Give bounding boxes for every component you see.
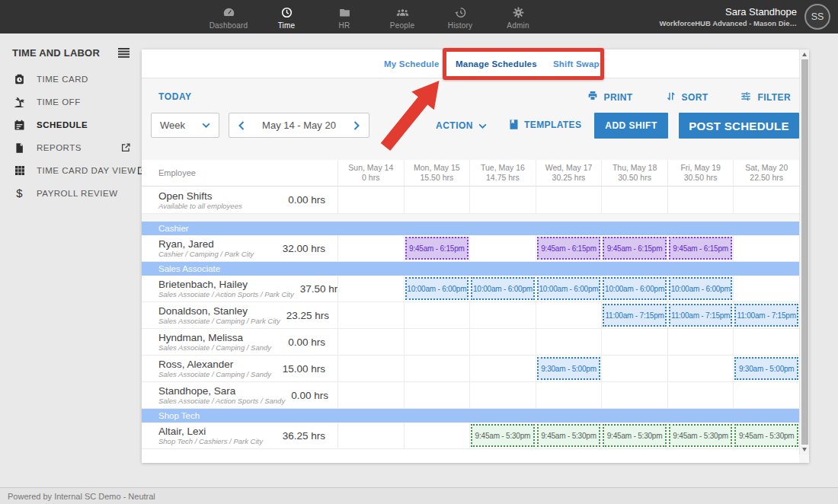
day-cell[interactable]: 9:45am - 5:30pm — [733, 423, 799, 448]
sidebar-item-time-off[interactable]: TIME OFF — [0, 91, 142, 113]
empty-day-cell[interactable] — [469, 382, 536, 408]
shift-chip[interactable]: 9:45am - 5:30pm — [603, 424, 667, 447]
filter-button[interactable]: FILTER — [740, 90, 791, 104]
empty-day-cell[interactable] — [667, 329, 734, 355]
hamburger-icon[interactable] — [118, 48, 130, 58]
empty-day-cell[interactable] — [404, 423, 470, 448]
shift-chip[interactable]: 9:45am - 5:30pm — [669, 424, 733, 447]
shift-chip[interactable]: 9:45am - 5:30pm — [537, 424, 601, 447]
vertical-scrollbar[interactable] — [799, 49, 809, 455]
shift-chip[interactable]: 9:45am - 6:15pm — [669, 237, 733, 260]
shift-chip[interactable]: 9:45am - 6:15pm — [405, 237, 469, 260]
action-menu[interactable]: ACTION — [436, 120, 487, 131]
chevron-left-icon[interactable] — [238, 121, 245, 130]
empty-day-cell[interactable] — [404, 187, 470, 213]
day-cell[interactable]: 10:00am - 6:00pm — [667, 276, 734, 301]
day-cell[interactable]: 9:45am - 6:15pm — [536, 235, 602, 261]
empty-day-cell[interactable] — [667, 187, 734, 213]
day-cell[interactable]: 9:45am - 5:30pm — [667, 423, 734, 448]
shift-chip[interactable]: 10:00am - 6:00pm — [537, 277, 601, 300]
empty-day-cell[interactable] — [404, 329, 470, 355]
day-cell[interactable]: 9:30am - 5:00pm — [733, 356, 799, 381]
day-cell[interactable]: 9:45am - 6:15pm — [404, 235, 470, 261]
employee-cell[interactable]: Ross, AlexanderSales Associate / Camping… — [142, 356, 337, 381]
shift-chip[interactable]: 9:45am - 5:30pm — [734, 424, 798, 447]
empty-day-cell[interactable] — [667, 356, 734, 381]
day-cell[interactable]: 9:45am - 5:30pm — [469, 423, 536, 448]
empty-day-cell[interactable] — [337, 187, 404, 213]
empty-day-cell[interactable] — [337, 235, 404, 261]
empty-day-cell[interactable] — [404, 356, 470, 381]
empty-day-cell[interactable] — [337, 356, 404, 381]
shift-chip[interactable]: 9:45am - 6:15pm — [603, 237, 667, 260]
empty-day-cell[interactable] — [337, 329, 404, 355]
empty-day-cell[interactable] — [469, 187, 536, 213]
employee-cell[interactable]: Donaldson, StanleySales Associate / Camp… — [142, 302, 337, 328]
sidebar-item-time-card[interactable]: TIME CARD — [0, 68, 142, 91]
empty-day-cell[interactable] — [733, 276, 799, 301]
empty-day-cell[interactable] — [337, 276, 404, 301]
sidebar-item-time-card-day-view[interactable]: TIME CARD DAY VIEW — [0, 159, 142, 182]
day-cell[interactable]: 9:45am - 5:30pm — [536, 423, 602, 448]
empty-day-cell[interactable] — [536, 302, 602, 328]
day-cell[interactable]: 9:45am - 6:15pm — [667, 235, 734, 261]
empty-day-cell[interactable] — [404, 302, 470, 328]
empty-day-cell[interactable] — [337, 423, 404, 448]
empty-day-cell[interactable] — [733, 235, 799, 261]
empty-day-cell[interactable] — [536, 382, 602, 408]
shift-chip[interactable]: 11:00am - 7:15pm — [734, 304, 798, 327]
shift-chip[interactable]: 11:00am - 7:15pm — [603, 304, 667, 327]
shift-chip[interactable]: 9:45am - 5:30pm — [471, 424, 535, 447]
empty-day-cell[interactable] — [337, 382, 404, 408]
add-shift-button[interactable]: ADD SHIFT — [594, 113, 668, 139]
employee-cell[interactable]: Open ShiftsAvailable to all employees0.0… — [142, 187, 337, 213]
view-select[interactable]: Week — [151, 113, 219, 138]
nav-history[interactable]: History — [431, 0, 489, 33]
shift-chip[interactable]: 10:00am - 6:00pm — [471, 277, 535, 300]
nav-dashboard[interactable]: Dashboard — [200, 0, 257, 33]
sidebar-item-schedule[interactable]: SCHEDULE — [0, 113, 142, 136]
shift-chip[interactable]: 10:00am - 6:00pm — [669, 277, 733, 300]
empty-day-cell[interactable] — [733, 382, 799, 408]
nav-time[interactable]: Time — [257, 0, 315, 33]
empty-day-cell[interactable] — [469, 302, 536, 328]
empty-day-cell[interactable] — [337, 302, 404, 328]
day-cell[interactable]: 11:00am - 7:15pm — [667, 302, 734, 328]
shift-chip[interactable]: 11:00am - 7:15pm — [669, 304, 733, 327]
print-button[interactable]: PRINT — [587, 90, 633, 104]
shift-chip[interactable]: 10:00am - 6:00pm — [603, 277, 667, 300]
empty-day-cell[interactable] — [469, 329, 536, 355]
day-cell[interactable]: 11:00am - 7:15pm — [733, 302, 799, 328]
sidebar-item-reports[interactable]: REPORTS — [0, 136, 142, 159]
day-cell[interactable]: 10:00am - 6:00pm — [536, 276, 602, 301]
day-cell[interactable]: 9:45am - 5:30pm — [601, 423, 667, 448]
empty-day-cell[interactable] — [601, 187, 667, 213]
employee-cell[interactable]: Hyndman, MelissaSales Associate / Campin… — [142, 329, 337, 355]
empty-day-cell[interactable] — [536, 329, 602, 355]
day-cell[interactable]: 10:00am - 6:00pm — [469, 276, 536, 301]
day-cell[interactable]: 9:30am - 5:00pm — [536, 356, 602, 381]
empty-day-cell[interactable] — [733, 187, 799, 213]
empty-day-cell[interactable] — [469, 235, 536, 261]
avatar[interactable]: SS — [804, 4, 830, 30]
sort-button[interactable]: SORT — [665, 90, 708, 104]
sidebar-item-payroll-review[interactable]: $PAYROLL REVIEW — [0, 182, 142, 205]
shift-chip[interactable]: 10:00am - 6:00pm — [405, 277, 469, 300]
employee-cell[interactable]: Brietenbach, HaileySales Associate / Act… — [142, 276, 337, 301]
nav-hr[interactable]: HR — [315, 0, 373, 33]
employee-cell[interactable]: Standhope, SaraSales Associate / Action … — [142, 382, 337, 408]
day-cell[interactable]: 10:00am - 6:00pm — [601, 276, 667, 301]
nav-people[interactable]: People — [373, 0, 431, 33]
nav-admin[interactable]: Admin — [489, 0, 547, 33]
tab-manage-schedules[interactable]: Manage Schedules — [456, 49, 537, 78]
day-cell[interactable]: 11:00am - 7:15pm — [601, 302, 667, 328]
employee-cell[interactable]: Altair, LexiShop Tech / Cashiers / Park … — [142, 423, 337, 448]
empty-day-cell[interactable] — [404, 382, 470, 408]
empty-day-cell[interactable] — [733, 329, 799, 355]
empty-day-cell[interactable] — [469, 356, 536, 381]
empty-day-cell[interactable] — [601, 356, 667, 381]
templates-button[interactable]: TEMPLATES — [509, 119, 581, 130]
scroll-up-icon[interactable] — [800, 49, 809, 59]
today-button[interactable]: TODAY — [158, 91, 192, 102]
shift-chip[interactable]: 9:30am - 5:00pm — [537, 357, 601, 380]
